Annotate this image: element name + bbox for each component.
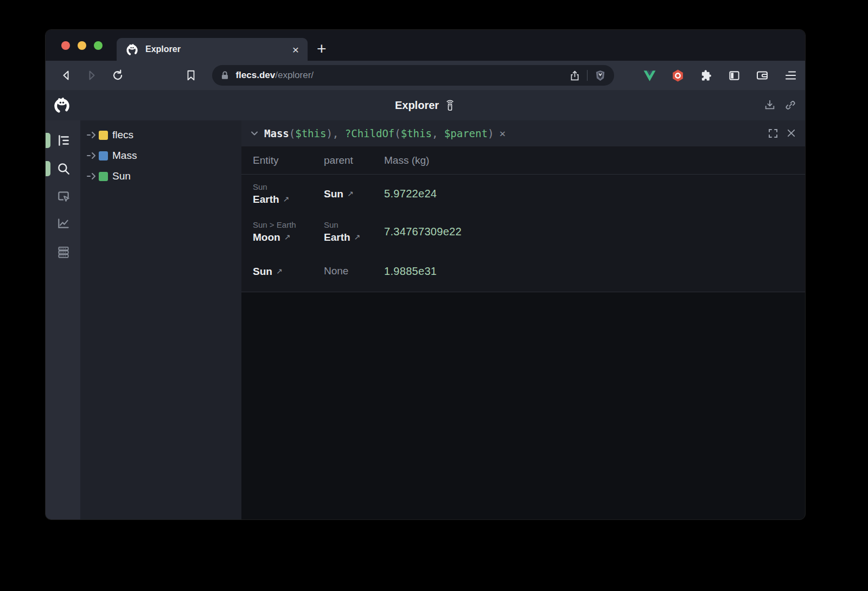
tree-item-mass[interactable]: Mass bbox=[80, 145, 241, 166]
active-pill-tree bbox=[46, 133, 50, 148]
entity-color-swatch bbox=[99, 131, 108, 140]
extension-icons bbox=[642, 68, 797, 82]
open-entity-icon[interactable]: ↗ bbox=[283, 192, 290, 206]
wallet-icon[interactable] bbox=[755, 68, 769, 82]
column-header-mass: Mass (kg) bbox=[384, 155, 805, 166]
tab-close-icon[interactable]: × bbox=[292, 44, 299, 55]
entity-color-swatch bbox=[99, 172, 108, 181]
tree-item-label[interactable]: Sun bbox=[112, 170, 131, 182]
vue-devtools-icon[interactable] bbox=[642, 68, 656, 82]
share-icon[interactable] bbox=[569, 70, 580, 81]
stats-chart-icon[interactable] bbox=[56, 216, 71, 230]
mass-cell: 5.9722e24 bbox=[384, 188, 805, 200]
tree-item-flecs[interactable]: flecs bbox=[80, 125, 241, 145]
query-expression[interactable]: Mass($this), ?ChildOf($this, $parent) bbox=[264, 127, 494, 139]
parent-none: None bbox=[324, 265, 384, 277]
url-path: /explorer/ bbox=[275, 70, 314, 81]
tab-explorer[interactable]: Explorer × bbox=[117, 38, 308, 61]
entity-path: Sun bbox=[253, 181, 324, 192]
entity-link[interactable]: Earth bbox=[253, 192, 279, 206]
open-entity-icon[interactable]: ↗ bbox=[284, 230, 291, 244]
entity-link[interactable]: Moon bbox=[253, 230, 280, 244]
open-entity-icon[interactable]: ↗ bbox=[347, 187, 354, 201]
entity-cell: Sun↗ bbox=[253, 265, 324, 278]
mass-cell: 7.34767309e22 bbox=[384, 226, 805, 238]
url-host: flecs.dev bbox=[235, 70, 275, 81]
query-panel-empty-area bbox=[241, 292, 805, 519]
entity-cell: Sun > Earth Moon↗ bbox=[253, 219, 324, 244]
side-panel-icon[interactable] bbox=[727, 68, 741, 82]
menu-icon[interactable] bbox=[783, 68, 797, 82]
query-results-table: Entity parent Mass (kg) Sun Earth↗ Sun↗ … bbox=[241, 146, 805, 292]
entity-color-swatch bbox=[99, 151, 108, 160]
parent-cell: None bbox=[324, 265, 384, 277]
tree-item-label[interactable]: Mass bbox=[112, 150, 137, 162]
remote-connection-icon[interactable] bbox=[444, 100, 456, 111]
bookmark-icon[interactable] bbox=[183, 67, 199, 83]
browser-window: Explorer × + flecs.dev /explorer/ bbox=[46, 30, 805, 519]
back-icon[interactable] bbox=[58, 67, 74, 83]
forward-icon[interactable] bbox=[84, 67, 100, 83]
expand-arrow-icon[interactable] bbox=[87, 131, 97, 139]
traffic-minimize-button[interactable] bbox=[78, 41, 86, 50]
entity-path: Sun > Earth bbox=[253, 219, 324, 230]
entity-cell: Sun Earth↗ bbox=[253, 181, 324, 206]
tab-bar: Explorer × + bbox=[46, 30, 805, 61]
table-header-row: Entity parent Mass (kg) bbox=[241, 146, 805, 175]
entity-tree-panel: flecs Mass Sun bbox=[80, 120, 241, 519]
tree-panel-icon[interactable] bbox=[56, 133, 71, 147]
parent-cell: Sun↗ bbox=[324, 187, 384, 201]
open-entity-icon[interactable]: ↗ bbox=[354, 230, 361, 244]
close-panel-icon[interactable] bbox=[787, 129, 796, 138]
panel-rail bbox=[46, 120, 80, 519]
lock-icon bbox=[220, 70, 230, 81]
toolbar-divider bbox=[587, 70, 588, 81]
mass-value: 1.9885e31 bbox=[384, 265, 805, 278]
clear-query-icon[interactable]: × bbox=[499, 127, 506, 140]
entity-link[interactable]: Sun bbox=[324, 187, 343, 201]
traffic-close-button[interactable] bbox=[61, 41, 70, 50]
brave-shield-icon[interactable] bbox=[594, 69, 607, 82]
query-search-icon[interactable] bbox=[56, 162, 71, 176]
commands-icon[interactable] bbox=[56, 245, 71, 259]
mass-cell: 1.9885e31 bbox=[384, 265, 805, 278]
tree-item-label[interactable]: flecs bbox=[112, 129, 133, 141]
column-header-parent: parent bbox=[324, 155, 384, 166]
inspect-icon[interactable] bbox=[56, 190, 71, 204]
expand-arrow-icon[interactable] bbox=[87, 152, 97, 159]
table-row: Sun > Earth Moon↗ Sun Earth↗ 7.34767309e… bbox=[241, 213, 805, 250]
download-icon[interactable] bbox=[764, 99, 776, 111]
extensions-puzzle-icon[interactable] bbox=[699, 68, 713, 82]
open-entity-icon[interactable]: ↗ bbox=[276, 265, 283, 278]
column-header-entity: Entity bbox=[253, 155, 324, 166]
flecs-favicon bbox=[125, 43, 139, 56]
page-title: Explorer bbox=[395, 99, 456, 112]
reload-icon[interactable] bbox=[110, 67, 126, 83]
entity-path: Sun bbox=[324, 219, 384, 230]
mass-value: 7.34767309e22 bbox=[384, 226, 805, 238]
collapse-chevron-icon[interactable] bbox=[250, 129, 259, 138]
url-bar[interactable]: flecs.dev /explorer/ bbox=[212, 65, 614, 86]
query-bar[interactable]: Mass($this), ?ChildOf($this, $parent) × bbox=[241, 120, 805, 146]
hex-extension-icon[interactable] bbox=[671, 68, 685, 82]
fullscreen-icon[interactable] bbox=[768, 129, 778, 138]
entity-link[interactable]: Sun bbox=[253, 265, 272, 278]
tab-title: Explorer bbox=[145, 44, 292, 54]
parent-cell: Sun Earth↗ bbox=[324, 219, 384, 244]
browser-toolbar: flecs.dev /explorer/ bbox=[46, 61, 805, 90]
traffic-zoom-button[interactable] bbox=[94, 41, 103, 50]
flecs-logo bbox=[53, 96, 71, 114]
app-header: Explorer bbox=[46, 90, 805, 120]
new-tab-button[interactable]: + bbox=[317, 37, 327, 60]
mass-value: 5.9722e24 bbox=[384, 188, 805, 200]
expand-arrow-icon[interactable] bbox=[87, 172, 97, 180]
copy-link-icon[interactable] bbox=[784, 99, 796, 111]
entity-link[interactable]: Earth bbox=[324, 230, 350, 244]
active-pill-query bbox=[46, 161, 50, 176]
table-row: Sun↗ None 1.9885e31 bbox=[241, 250, 805, 292]
tree-item-sun[interactable]: Sun bbox=[80, 166, 241, 187]
table-row: Sun Earth↗ Sun↗ 5.9722e24 bbox=[241, 175, 805, 213]
query-panel: Mass($this), ?ChildOf($this, $parent) × … bbox=[241, 120, 805, 519]
